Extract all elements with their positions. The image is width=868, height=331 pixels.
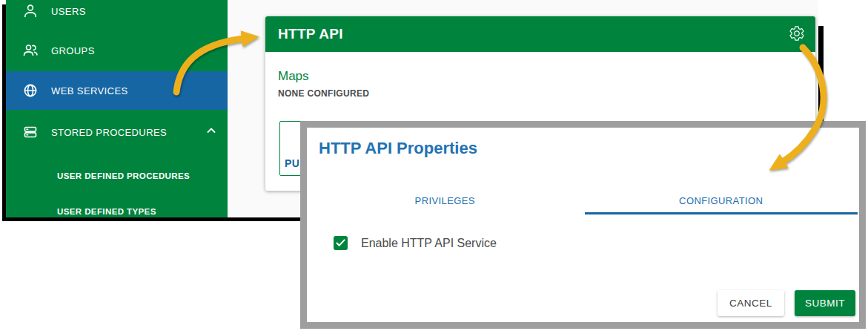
sidebar-item-stored-procedures[interactable]: STORED PROCEDURES <box>6 113 228 151</box>
chevron-up-icon <box>205 125 217 140</box>
enable-http-api-checkbox[interactable] <box>334 236 348 250</box>
tab-configuration[interactable]: CONFIGURATION <box>583 187 860 214</box>
sidebar-item-label: GROUPS <box>51 45 95 56</box>
maps-section-heading: Maps <box>278 69 309 84</box>
sidebar-item-label: USERS <box>51 6 86 17</box>
sidebar-subitem-label: USER DEFINED PROCEDURES <box>57 171 190 180</box>
panel-header: HTTP API <box>265 16 815 52</box>
cancel-button[interactable]: CANCEL <box>718 290 784 316</box>
tab-privileges[interactable]: PRIVILEGES <box>307 187 583 214</box>
sidebar-item-label: STORED PROCEDURES <box>51 127 167 138</box>
sidebar-subitem-user-defined-types[interactable]: USER DEFINED TYPES <box>6 203 228 220</box>
panel-title: HTTP API <box>278 26 789 42</box>
sidebar-item-label: WEB SERVICES <box>51 85 128 96</box>
sidebar-subitem-label: USER DEFINED TYPES <box>57 207 156 216</box>
server-stack-icon <box>22 124 39 140</box>
dialog-frame: HTTP API Properties PRIVILEGES CONFIGURA… <box>300 121 866 329</box>
maps-status-text: NONE CONFIGURED <box>278 88 369 99</box>
globe-icon <box>22 82 39 99</box>
dialog-title: HTTP API Properties <box>319 139 477 158</box>
dialog-tabs: PRIVILEGES CONFIGURATION <box>307 187 859 214</box>
sidebar: USERS GROUPS WEB SERVICES STORED PROCEDU… <box>6 0 228 217</box>
group-icon <box>22 42 39 59</box>
sidebar-subitem-user-defined-procedures[interactable]: USER DEFINED PROCEDURES <box>6 168 228 184</box>
dialog-actions: CANCEL SUBMIT <box>718 290 855 316</box>
sidebar-item-users[interactable]: USERS <box>6 0 228 30</box>
checkbox-label: Enable HTTP API Service <box>361 237 497 250</box>
user-icon <box>22 3 39 19</box>
enable-http-api-row: Enable HTTP API Service <box>334 236 497 250</box>
http-api-properties-dialog: HTTP API Properties PRIVILEGES CONFIGURA… <box>307 128 859 322</box>
submit-button[interactable]: SUBMIT <box>795 290 855 316</box>
sidebar-item-web-services[interactable]: WEB SERVICES <box>6 71 228 110</box>
gear-icon[interactable] <box>789 25 806 43</box>
sidebar-item-groups[interactable]: GROUPS <box>6 31 228 70</box>
